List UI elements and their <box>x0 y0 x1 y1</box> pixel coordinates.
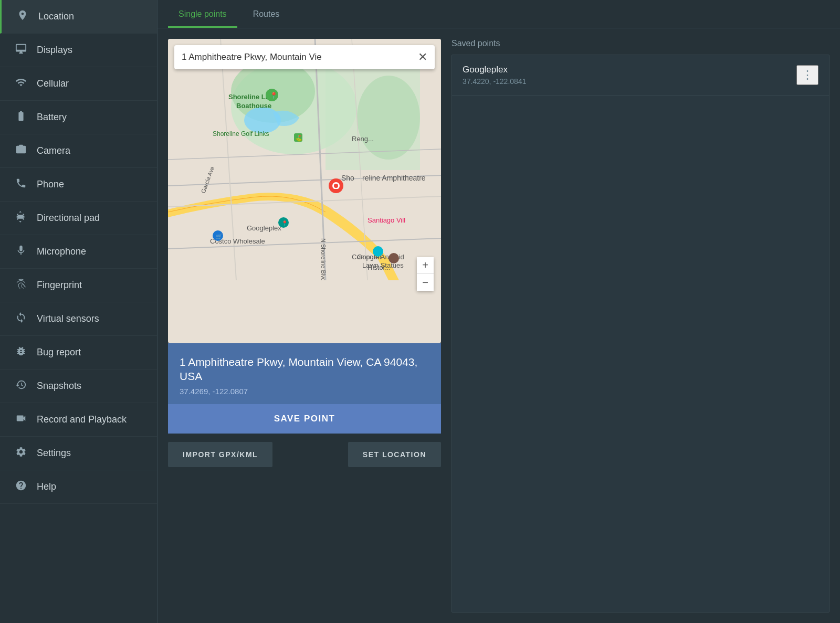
saved-points-list: Googleplex 37.4220, -122.0841 ⋮ <box>452 55 830 613</box>
svg-text:N Shoreline Blvd: N Shoreline Blvd <box>320 238 327 280</box>
map-info: 1 Amphitheatre Pkwy, Mountain View, CA 9… <box>168 343 441 404</box>
sidebar-label-displays: Displays <box>37 45 72 56</box>
sidebar-label-bug-report: Bug report <box>37 347 81 358</box>
sidebar-item-battery[interactable]: Battery <box>0 101 157 134</box>
svg-text:Reng...: Reng... <box>352 135 374 143</box>
sidebar-label-settings: Settings <box>37 448 71 459</box>
sidebar-label-battery: Battery <box>37 112 67 123</box>
sidebar-label-phone: Phone <box>37 179 64 190</box>
svg-text:⛳: ⛳ <box>295 134 302 142</box>
svg-point-6 <box>244 107 281 133</box>
camera-icon <box>15 144 27 158</box>
map-container: ✕ <box>168 39 441 343</box>
sidebar-item-directional-pad[interactable]: Directional pad <box>0 202 157 235</box>
sidebar-label-help: Help <box>37 481 56 492</box>
tab-single-points[interactable]: Single points <box>168 0 237 28</box>
saved-point-info: Googleplex 37.4220, -122.0841 <box>463 65 796 86</box>
sidebar-label-snapshots: Snapshots <box>37 381 81 392</box>
svg-point-41 <box>334 184 338 188</box>
svg-text:Santiago Vill: Santiago Vill <box>368 216 405 224</box>
sidebar-label-cellular: Cellular <box>37 78 69 89</box>
svg-text:Shoreline Golf Links: Shoreline Golf Links <box>213 130 269 138</box>
settings-icon <box>15 446 27 460</box>
svg-point-5 <box>357 76 420 160</box>
phone-icon <box>15 177 27 192</box>
bug-report-icon <box>15 345 27 360</box>
bottom-buttons: IMPORT GPX/KML SET LOCATION <box>168 442 441 467</box>
search-clear-button[interactable]: ✕ <box>418 50 427 64</box>
cellular-icon <box>15 77 27 91</box>
saved-point-menu-button[interactable]: ⋮ <box>796 65 818 85</box>
right-panel: Saved points Googleplex 37.4220, -122.08… <box>452 39 830 613</box>
saved-point-item: Googleplex 37.4220, -122.0841 ⋮ <box>452 55 829 96</box>
sidebar-item-bug-report[interactable]: Bug report <box>0 336 157 369</box>
displays-icon <box>15 43 27 57</box>
saved-point-coords: 37.4220, -122.0841 <box>463 77 796 86</box>
sidebar-item-phone[interactable]: Phone <box>0 168 157 202</box>
help-icon <box>15 480 27 494</box>
sidebar-item-microphone[interactable]: Microphone <box>0 235 157 269</box>
svg-text:Googleplex: Googleplex <box>247 224 281 232</box>
sidebar-item-help[interactable]: Help <box>0 470 157 504</box>
svg-text:reline Amphitheatre: reline Amphitheatre <box>362 174 426 182</box>
zoom-in-button[interactable]: + <box>417 257 434 274</box>
sidebar-item-fingerprint[interactable]: Fingerprint <box>0 269 157 302</box>
sidebar-item-displays[interactable]: Displays <box>0 34 157 67</box>
main-content: Single pointsRoutes ✕ <box>158 0 840 623</box>
svg-text:📍: 📍 <box>281 220 288 227</box>
svg-text:📍: 📍 <box>270 91 278 99</box>
saved-point-name: Googleplex <box>463 65 796 75</box>
sidebar-label-fingerprint: Fingerprint <box>37 280 82 291</box>
fingerprint-icon <box>15 278 27 292</box>
zoom-controls: + − <box>417 257 434 291</box>
sidebar-item-settings[interactable]: Settings <box>0 437 157 470</box>
tabs-bar: Single pointsRoutes <box>158 0 840 28</box>
map-address: 1 Amphitheatre Pkwy, Mountain View, CA 9… <box>180 355 429 384</box>
svg-text:Lawn Statues: Lawn Statues <box>362 261 404 269</box>
set-location-button[interactable]: SET LOCATION <box>348 442 441 467</box>
sidebar-item-virtual-sensors[interactable]: Virtual sensors <box>0 302 157 336</box>
svg-text:Sho: Sho <box>341 174 354 182</box>
svg-point-37 <box>373 246 383 257</box>
search-bar: ✕ <box>174 45 435 69</box>
sidebar-item-camera[interactable]: Camera <box>0 134 157 168</box>
map-svg: Garcia Ave N Shoreline Blvd Shoreline La… <box>168 39 441 280</box>
sidebar-item-record-playback[interactable]: Record and Playback <box>0 403 157 437</box>
directional-pad-icon <box>15 211 27 225</box>
microphone-icon <box>15 245 27 259</box>
sidebar-label-camera: Camera <box>37 145 70 156</box>
search-input[interactable] <box>182 52 418 62</box>
svg-text:Boathouse: Boathouse <box>236 102 271 110</box>
sidebar-label-microphone: Microphone <box>37 246 86 257</box>
map-coordinates: 37.4269, -122.0807 <box>180 387 429 404</box>
svg-point-38 <box>388 253 399 263</box>
sidebar: LocationDisplaysCellularBatteryCameraPho… <box>0 0 158 623</box>
svg-text:🛒: 🛒 <box>216 233 223 240</box>
sidebar-item-location[interactable]: Location <box>0 0 157 34</box>
sidebar-item-cellular[interactable]: Cellular <box>0 67 157 101</box>
sidebar-label-virtual-sensors: Virtual sensors <box>37 313 99 324</box>
saved-points-title: Saved points <box>452 39 830 48</box>
save-point-button[interactable]: SAVE POINT <box>168 404 441 434</box>
sidebar-label-directional-pad: Directional pad <box>37 213 100 224</box>
sidebar-label-record-playback: Record and Playback <box>37 414 127 425</box>
virtual-sensors-icon <box>15 312 27 326</box>
zoom-out-button[interactable]: − <box>417 274 434 291</box>
sidebar-item-snapshots[interactable]: Snapshots <box>0 369 157 403</box>
record-playback-icon <box>15 413 27 427</box>
location-icon <box>16 9 29 24</box>
left-panel: ✕ <box>168 39 441 613</box>
import-gpx-button[interactable]: IMPORT GPX/KML <box>168 442 272 467</box>
tab-routes[interactable]: Routes <box>243 0 290 28</box>
snapshots-icon <box>15 379 27 393</box>
sidebar-label-location: Location <box>38 11 74 22</box>
content-area: ✕ <box>158 28 840 623</box>
battery-icon <box>15 110 27 124</box>
